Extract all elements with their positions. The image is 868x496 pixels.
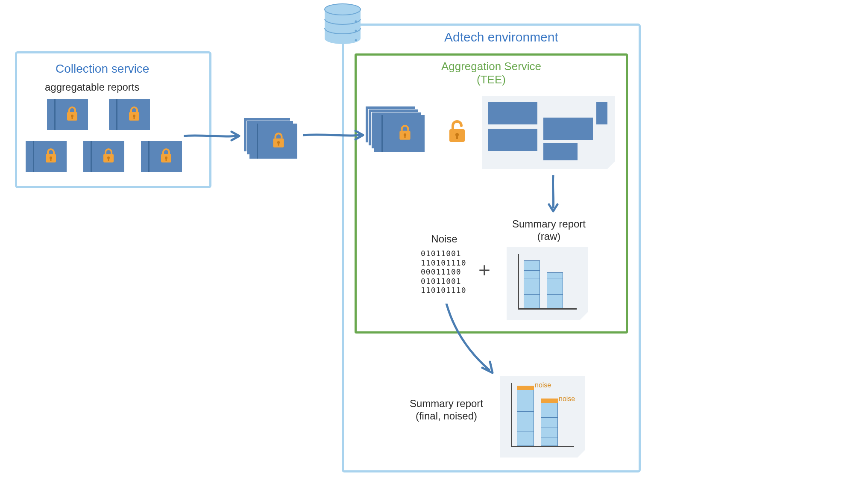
- encrypted-report-folder: [109, 99, 150, 130]
- svg-point-6: [355, 39, 357, 41]
- svg-rect-18: [108, 158, 109, 161]
- svg-rect-30: [456, 135, 458, 139]
- svg-rect-24: [278, 143, 279, 145]
- lock-closed-icon: [66, 106, 79, 124]
- noise-label: Noise: [419, 233, 470, 245]
- svg-point-4: [355, 21, 357, 23]
- noise-tag: noise: [559, 395, 575, 403]
- noise-tag: noise: [535, 381, 551, 389]
- decrypted-data-sheet: [482, 96, 615, 169]
- noise-bit-row: 00011100: [421, 267, 466, 277]
- noise-bits: 01011001 110101110 00011100 01011001 110…: [421, 249, 466, 295]
- svg-rect-12: [134, 116, 135, 119]
- svg-point-2: [325, 33, 361, 44]
- summary-report-final-sheet: noise noise: [500, 376, 585, 458]
- aggregation-service-title: Aggregation Service (TEE): [421, 60, 562, 86]
- svg-rect-9: [72, 116, 73, 119]
- noise-bit-row: 110101110: [421, 258, 466, 268]
- lock-closed-icon: [102, 148, 116, 166]
- svg-rect-21: [166, 158, 167, 161]
- svg-rect-15: [50, 158, 52, 161]
- aggregation-service-title-line1: Aggregation Service: [441, 60, 541, 73]
- noise-bit-row: 01011001: [421, 277, 466, 286]
- summary-raw-line2: (raw): [537, 230, 561, 242]
- aggregatable-reports-label: aggregatable reports: [45, 81, 139, 94]
- lock-closed-icon: [272, 132, 285, 150]
- svg-rect-27: [404, 135, 405, 138]
- encrypted-report-folder: [83, 141, 124, 172]
- lock-open-icon: [447, 119, 467, 146]
- summary-report-final-label: Summary report (final, noised): [397, 398, 496, 422]
- plus-symbol: +: [478, 258, 490, 282]
- lock-closed-icon: [44, 148, 58, 166]
- noise-bit-row: 01011001: [421, 249, 466, 258]
- lock-closed-icon: [160, 148, 173, 166]
- summary-final-line1: Summary report: [410, 398, 483, 409]
- report-batch-locked: [243, 118, 295, 156]
- lock-closed-icon: [128, 106, 141, 124]
- arrow-down-icon: [545, 175, 562, 216]
- collection-service-title: Collection service: [56, 62, 149, 76]
- summary-final-line2: (final, noised): [416, 410, 477, 422]
- arrow-down-right-icon: [429, 304, 502, 382]
- summary-raw-line1: Summary report: [512, 218, 586, 230]
- encrypted-report-folder: [47, 99, 88, 130]
- adtech-environment-title: Adtech environment: [444, 30, 558, 44]
- encrypted-report-folder: [26, 141, 67, 172]
- lock-closed-icon: [398, 124, 412, 142]
- arrow-right-icon: [303, 127, 367, 145]
- noise-bit-row: 110101110: [421, 286, 466, 295]
- svg-point-5: [355, 30, 357, 32]
- database-icon: [323, 3, 362, 46]
- summary-report-raw-sheet: [507, 247, 588, 320]
- summary-report-raw-label: Summary report (raw): [500, 218, 598, 243]
- arrow-right-icon: [184, 127, 243, 146]
- encrypted-report-folder: [141, 141, 182, 172]
- aggregation-service-title-line2: (TEE): [477, 73, 506, 86]
- report-batch-tee: [365, 106, 424, 149]
